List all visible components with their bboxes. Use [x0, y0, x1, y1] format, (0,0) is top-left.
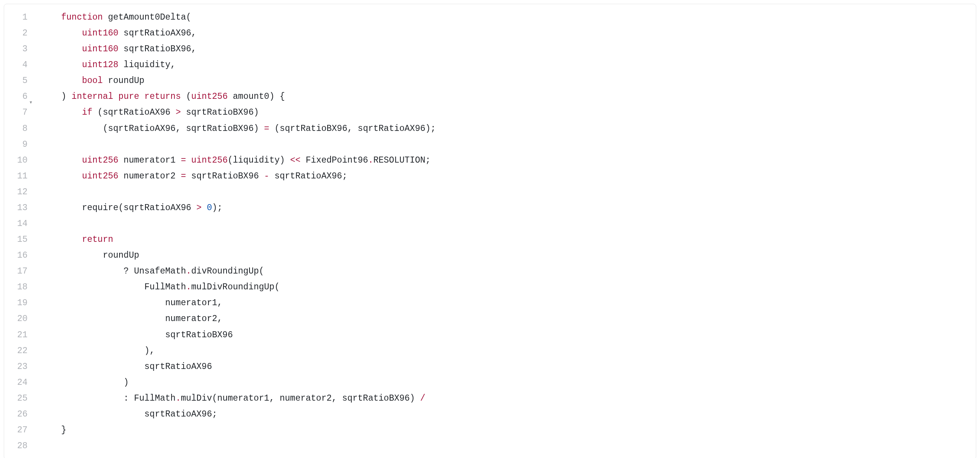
code-token — [139, 92, 144, 102]
code-line: 6▾ ) internal pure returns (uint256 amou… — [4, 89, 976, 104]
code-line: 21 sqrtRatioBX96 — [4, 327, 976, 343]
code-token: . — [186, 267, 191, 276]
code-token: mulDivRoundingUp — [191, 282, 274, 292]
code-token: liquidity — [124, 60, 170, 70]
line-number: 2 — [4, 25, 27, 41]
code-token: FullMath — [134, 394, 175, 403]
code-line: 11 uint256 numerator2 = sqrtRatioBX96 - … — [4, 168, 976, 184]
code-content: ) — [40, 375, 976, 391]
code-token — [337, 394, 342, 403]
line-number: 22 — [4, 343, 27, 359]
code-token — [40, 378, 124, 388]
code-token: returns — [144, 92, 181, 102]
code-token — [129, 267, 134, 276]
code-content: ) internal pure returns (uint256 amount0… — [40, 89, 976, 104]
code-token: uint160 — [82, 28, 118, 38]
line-number: 4 — [4, 57, 27, 73]
code-token — [40, 44, 82, 54]
code-token: - — [264, 171, 269, 181]
code-token: ( — [212, 394, 218, 403]
code-line: 24 ) — [4, 375, 976, 391]
code-token: << — [290, 155, 301, 165]
code-token: ) — [144, 346, 150, 356]
line-number: 16 — [4, 247, 27, 263]
code-content: : FullMath.mulDiv(numerator1, numerator2… — [40, 391, 976, 406]
code-line: 13 require(sqrtRatioAX96 > 0); — [4, 200, 976, 216]
code-token: , — [332, 394, 337, 403]
code-token: , — [150, 346, 155, 356]
code-token: function — [61, 13, 102, 22]
code-token: ) — [280, 155, 285, 165]
code-token: amount0 — [233, 92, 269, 102]
code-token: ( — [274, 124, 280, 134]
line-number: 15 — [4, 231, 27, 247]
code-token — [202, 203, 207, 213]
code-token: roundUp — [103, 251, 140, 260]
code-token: { — [280, 92, 285, 102]
code-token: require — [82, 203, 118, 213]
code-token: ( — [103, 124, 108, 134]
code-line: 16 roundUp — [4, 247, 976, 263]
code-token: numerator2 — [165, 314, 217, 324]
line-number: 27 — [4, 422, 27, 438]
code-line: 8 (sqrtRatioAX96, sqrtRatioBX96) = (sqrt… — [4, 121, 976, 137]
code-token: > — [196, 203, 202, 213]
code-content: sqrtRatioAX96 — [40, 359, 976, 375]
code-token: sqrtRatioAX96 — [274, 171, 342, 181]
code-token: uint256 — [82, 171, 118, 181]
line-number: 21 — [4, 327, 27, 343]
code-line: 19 numerator1, — [4, 295, 976, 311]
fold-toggle-icon[interactable]: ▾ — [29, 100, 33, 105]
code-token — [181, 92, 186, 102]
code-content: roundUp — [40, 247, 976, 263]
code-token: = — [181, 171, 186, 181]
code-token — [129, 394, 134, 403]
code-token — [228, 92, 233, 102]
line-number: 5 — [4, 73, 27, 89]
code-token — [40, 362, 144, 372]
code-token — [118, 44, 124, 54]
code-content: return — [40, 231, 976, 247]
line-number: 10 — [4, 152, 27, 168]
code-token — [40, 267, 124, 276]
line-number: 11 — [4, 168, 27, 184]
code-token: RESOLUTION — [374, 155, 426, 165]
code-token — [40, 251, 103, 260]
code-token — [40, 155, 82, 165]
code-token — [40, 330, 165, 340]
code-token: ) — [426, 124, 431, 134]
code-token: sqrtRatioBX96 — [165, 330, 232, 340]
code-token — [40, 394, 124, 403]
code-line: 17 ? UnsafeMath.divRoundingUp( — [4, 263, 976, 279]
code-token: ; — [212, 409, 217, 419]
code-token — [118, 28, 124, 38]
code-token: . — [176, 394, 181, 403]
code-token — [269, 124, 274, 134]
line-number: 20 — [4, 311, 27, 327]
code-token: ; — [217, 203, 223, 213]
line-number: 1 — [4, 10, 27, 25]
code-token — [170, 107, 176, 117]
code-token: bool — [82, 76, 102, 86]
code-line: 26 sqrtRatioAX96; — [4, 406, 976, 422]
code-content: sqrtRatioAX96; — [40, 406, 976, 422]
code-token: , — [176, 124, 181, 134]
code-line: 14 — [4, 216, 976, 231]
code-token — [118, 60, 124, 70]
code-content: numerator2, — [40, 311, 976, 327]
code-token: FullMath — [144, 282, 186, 292]
code-token: ( — [186, 13, 191, 22]
code-token: ? — [124, 267, 129, 276]
fold-gutter[interactable]: ▾ — [27, 89, 40, 104]
code-token: ) — [254, 124, 259, 134]
line-number: 13 — [4, 200, 27, 216]
code-line: 28 — [4, 438, 976, 454]
code-token: > — [176, 107, 181, 117]
code-line: 18 FullMath.mulDivRoundingUp( — [4, 279, 976, 295]
code-token: ) — [269, 92, 274, 102]
code-token — [259, 124, 264, 134]
code-line: 1 function getAmount0Delta( — [4, 10, 976, 25]
code-line: 15 return — [4, 231, 976, 247]
code-token — [40, 409, 144, 419]
code-token: numerator1 — [165, 298, 217, 308]
